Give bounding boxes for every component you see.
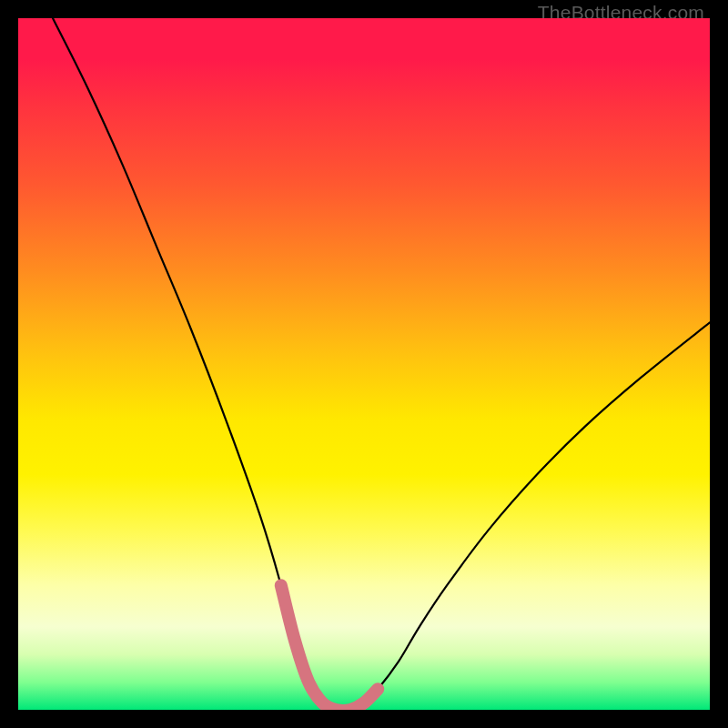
optimal-zone-path [281,585,378,710]
chart-svg [18,18,710,710]
bottleneck-curve-path [53,18,710,710]
plot-area [18,18,710,710]
chart-frame: TheBottleneck.com [0,0,728,728]
